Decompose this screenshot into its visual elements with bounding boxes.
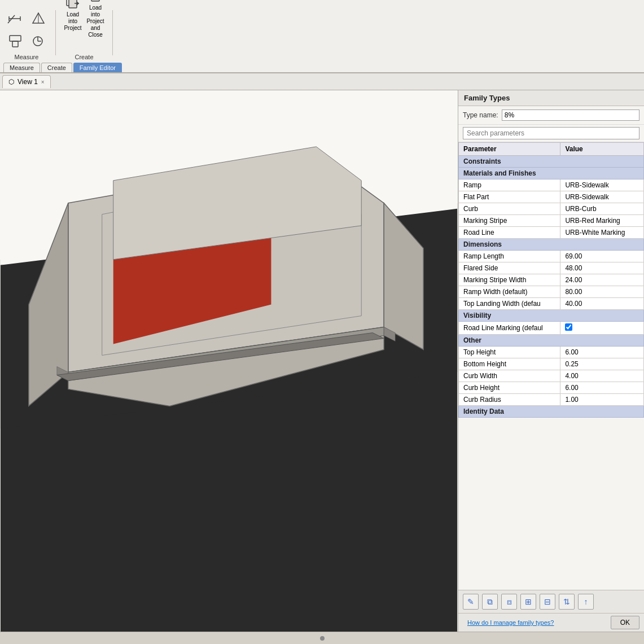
param-name: Top Height: [459, 347, 560, 358]
param-name: Top Landing Width (defau: [459, 298, 560, 310]
view-tab-close-btn[interactable]: ×: [41, 79, 45, 85]
col-header-value: Value: [560, 143, 644, 156]
search-input[interactable]: [463, 127, 639, 139]
param-value: 48.00: [560, 262, 644, 274]
status-bar: [0, 632, 644, 644]
scroll-indicator: [320, 636, 325, 641]
param-name: Bottom Height: [459, 358, 560, 370]
ribbon-tabs: Measure Create Family Editor: [0, 63, 122, 72]
view-tab-1[interactable]: ⬡ View 1 ×: [2, 75, 51, 88]
table-row: Curb Height6.00: [459, 382, 644, 394]
type-name-input[interactable]: [502, 109, 639, 121]
param-name: Road Line Marking (defaul: [459, 322, 560, 335]
param-name: Flared Side: [459, 262, 560, 274]
load-close-label: Load intoProject and Close: [86, 5, 105, 38]
param-name: Ramp Width (default): [459, 286, 560, 298]
param-name: Curb Width: [459, 370, 560, 382]
param-name: Curb Radius: [459, 394, 560, 406]
params-table: Parameter Value ConstraintsMaterials and…: [458, 142, 644, 418]
param-value: URB-Red Marking: [560, 215, 644, 227]
create-label: Create: [75, 54, 93, 60]
param-value: 80.00: [560, 286, 644, 298]
measure-label: Measure: [15, 54, 39, 60]
param-value: 69.00: [560, 251, 644, 262]
tool-btn-edit[interactable]: ✎: [463, 594, 479, 610]
param-value: 24.00: [560, 274, 644, 286]
param-name: Curb Height: [459, 382, 560, 394]
svg-rect-13: [69, 0, 77, 8]
main-area: Family Types Type name: Parameter Value …: [0, 90, 644, 632]
table-row: Ramp Width (default)80.00: [459, 286, 644, 298]
param-name: Road Line: [459, 227, 560, 239]
tool-btn-sort-asc[interactable]: ↑: [578, 594, 594, 610]
table-row: Top Landing Width (defau40.00: [459, 298, 644, 310]
section-header-constraints: Constraints: [459, 156, 644, 168]
section-header-identity-data: Identity Data: [459, 406, 644, 418]
tool-btn-add-up[interactable]: ⊞: [520, 594, 536, 610]
ok-button[interactable]: OK: [611, 616, 639, 629]
param-name: Flat Part: [459, 191, 560, 203]
param-value: 6.00: [560, 382, 644, 394]
svg-rect-6: [10, 36, 21, 41]
table-row: Curb Radius1.00: [459, 394, 644, 406]
section-header-visibility: Visibility: [459, 310, 644, 322]
panel-title: Family Types: [458, 90, 644, 106]
table-row: RampURB-Sidewalk: [459, 179, 644, 191]
table-row: Flared Side48.00: [459, 262, 644, 274]
measure-btn-4[interactable]: [28, 31, 48, 51]
tool-btn-copy[interactable]: ⧉: [482, 594, 498, 610]
param-name: Curb: [459, 203, 560, 215]
svg-marker-15: [77, 1, 79, 6]
section-header-dimensions: Dimensions: [459, 239, 644, 251]
param-value: URB-Curb: [560, 203, 644, 215]
tool-btn-add-down[interactable]: ⊟: [540, 594, 555, 610]
param-value: 6.00: [560, 347, 644, 358]
section-header-other: Other: [459, 335, 644, 347]
param-value: 40.00: [560, 298, 644, 310]
param-name: Ramp Length: [459, 251, 560, 262]
type-name-row: Type name:: [458, 106, 644, 125]
ribbon-tab-family-editor[interactable]: Family Editor: [73, 63, 122, 72]
measure-btn-1[interactable]: [5, 8, 25, 29]
3d-viewport[interactable]: [0, 90, 458, 632]
table-row: CurbURB-Curb: [459, 203, 644, 215]
section-header-materials-and-finishes: Materials and Finishes: [459, 168, 644, 179]
param-value: 4.00: [560, 370, 644, 382]
table-row: Marking Stripe Width24.00: [459, 274, 644, 286]
create-btn-load-close[interactable]: Load intoProject and Close: [85, 2, 106, 23]
param-name: Ramp: [459, 179, 560, 191]
params-table-wrapper: Parameter Value ConstraintsMaterials and…: [458, 142, 644, 590]
table-row: Bottom Height0.25: [459, 358, 644, 370]
tool-btn-sort-az[interactable]: ⇅: [559, 594, 575, 610]
manage-family-types-link[interactable]: How do I manage family types?: [463, 617, 611, 628]
panel-bottom-toolbar: ✎ ⧉ ⧈ ⊞ ⊟ ⇅ ↑: [458, 590, 644, 613]
ribbon-tab-create[interactable]: Create: [41, 63, 72, 72]
family-types-panel: Family Types Type name: Parameter Value …: [458, 90, 644, 632]
table-row: Flat PartURB-Sidewalk: [459, 191, 644, 203]
svg-rect-17: [91, 0, 99, 1]
param-name: Marking Stripe Width: [459, 274, 560, 286]
toolbar: Measure Load intoProject: [0, 0, 644, 73]
ribbon-tab-measure[interactable]: Measure: [3, 63, 40, 72]
table-row: Road Line Marking (defaul: [459, 322, 644, 335]
param-value: URB-Sidewalk: [560, 179, 644, 191]
create-section: Load intoProject: [58, 0, 110, 65]
param-checkbox[interactable]: [565, 323, 572, 331]
table-row: Marking StripeURB-Red Marking: [459, 215, 644, 227]
measure-btn-2[interactable]: [28, 8, 49, 29]
measure-btn-3[interactable]: [5, 31, 25, 51]
create-btn-load-project[interactable]: Load intoProject: [63, 2, 83, 23]
view-tab-icon: ⬡: [8, 78, 14, 86]
param-value: 1.00: [560, 394, 644, 406]
search-row: [458, 125, 644, 142]
type-name-label: Type name:: [463, 111, 498, 119]
param-value: 0.25: [560, 358, 644, 370]
param-name: Marking Stripe: [459, 215, 560, 227]
view-tab-strip: ⬡ View 1 ×: [0, 73, 644, 90]
load-project-label: Load intoProject: [63, 11, 82, 32]
tool-btn-paste[interactable]: ⧈: [501, 594, 517, 610]
table-row: Top Height6.00: [459, 347, 644, 358]
param-value: URB-Sidewalk: [560, 191, 644, 203]
svg-rect-7: [12, 41, 18, 47]
col-header-parameter: Parameter: [459, 143, 560, 156]
